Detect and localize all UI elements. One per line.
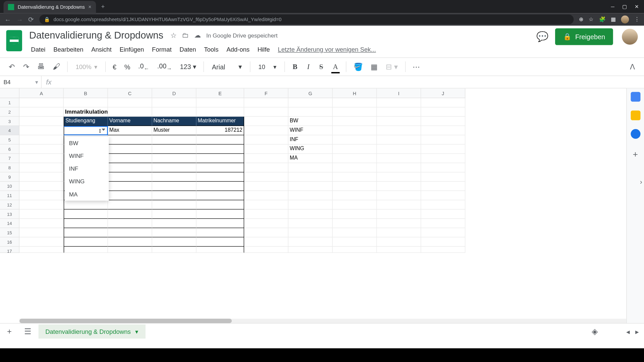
cell[interactable] — [244, 219, 288, 228]
add-sheet-icon[interactable]: + — [2, 324, 17, 339]
row-header[interactable]: 17 — [0, 247, 19, 253]
move-icon[interactable]: 🗀 — [182, 32, 189, 40]
cell[interactable]: Nachname — [152, 117, 197, 126]
cell[interactable] — [197, 144, 244, 154]
cell[interactable] — [19, 117, 64, 126]
row-header[interactable]: 16 — [0, 237, 19, 247]
row-header[interactable]: 4 — [0, 126, 19, 135]
cell[interactable] — [108, 219, 152, 228]
cell[interactable] — [333, 163, 377, 173]
cell[interactable] — [64, 98, 108, 108]
cell[interactable] — [244, 247, 288, 253]
cell[interactable] — [152, 228, 197, 237]
cell[interactable] — [108, 209, 152, 219]
row-header[interactable]: 1 — [0, 98, 19, 108]
cell[interactable] — [377, 237, 421, 247]
col-header[interactable]: D — [152, 88, 197, 98]
cell-b4-active[interactable]: I — [64, 126, 108, 135]
comments-icon[interactable]: 💬 — [536, 31, 548, 42]
cell[interactable] — [333, 135, 377, 145]
cell[interactable] — [333, 247, 377, 253]
cell[interactable] — [377, 228, 421, 237]
dashboard-icon[interactable]: ▦ — [611, 16, 616, 22]
star-doc-icon[interactable]: ☆ — [170, 31, 176, 40]
collapse-panel-icon[interactable]: › — [638, 174, 644, 189]
cell[interactable] — [19, 219, 64, 228]
cell[interactable] — [197, 182, 244, 191]
cell[interactable] — [197, 107, 244, 117]
cell[interactable] — [152, 163, 197, 173]
cell[interactable]: INF — [288, 135, 333, 145]
cell[interactable] — [19, 163, 64, 173]
cell[interactable] — [421, 172, 465, 182]
undo-icon[interactable]: ↶ — [6, 59, 17, 74]
font-select[interactable]: Arial▾ — [208, 63, 246, 71]
cell[interactable] — [333, 117, 377, 126]
cell[interactable] — [244, 107, 288, 117]
cell[interactable] — [108, 144, 152, 154]
close-window-icon[interactable]: ✕ — [635, 4, 639, 9]
browser-tab[interactable]: Datenvalidierung & Dropdowns × — [4, 1, 96, 13]
cell[interactable] — [377, 172, 421, 182]
font-size-select[interactable]: 10▾ — [255, 63, 280, 70]
cell[interactable] — [333, 237, 377, 247]
dropdown-option[interactable]: WING — [65, 175, 109, 188]
account-avatar[interactable] — [622, 29, 638, 45]
col-header[interactable]: I — [377, 88, 421, 98]
cell[interactable] — [377, 163, 421, 173]
cell[interactable] — [377, 135, 421, 145]
cell[interactable] — [152, 107, 197, 117]
col-header[interactable]: H — [333, 88, 377, 98]
cell[interactable] — [288, 219, 333, 228]
forward-icon[interactable]: → — [16, 16, 23, 23]
cell[interactable] — [108, 135, 152, 145]
cell[interactable] — [421, 144, 465, 154]
cell[interactable] — [288, 191, 333, 200]
cell[interactable] — [197, 98, 244, 108]
row-header[interactable]: 3 — [0, 117, 19, 126]
cell[interactable] — [19, 144, 64, 154]
horizontal-scrollbar[interactable] — [19, 319, 626, 323]
cell[interactable] — [244, 209, 288, 219]
cell[interactable] — [288, 209, 333, 219]
cell[interactable]: Studiengang — [64, 117, 108, 126]
cell[interactable] — [377, 144, 421, 154]
cell[interactable] — [19, 126, 64, 135]
cell[interactable] — [377, 200, 421, 209]
cell[interactable] — [288, 163, 333, 173]
explore-icon[interactable]: ◈ — [592, 327, 598, 337]
cell[interactable] — [108, 107, 152, 117]
cell[interactable] — [288, 247, 333, 253]
cell[interactable] — [152, 200, 197, 209]
cell[interactable] — [377, 247, 421, 253]
cell[interactable] — [421, 135, 465, 145]
cell[interactable] — [197, 219, 244, 228]
cell[interactable] — [421, 209, 465, 219]
cell[interactable] — [377, 219, 421, 228]
cell[interactable] — [108, 237, 152, 247]
menu-einfuegen[interactable]: Einfügen — [116, 44, 148, 55]
row-header[interactable]: 8 — [0, 163, 19, 173]
zoom-select[interactable]: 100%▾ — [72, 63, 101, 70]
cell[interactable]: WING — [288, 144, 333, 154]
decrease-decimal-button[interactable]: .0← — [136, 60, 152, 73]
cell[interactable] — [19, 172, 64, 182]
scroll-right-icon[interactable]: ▸ — [635, 327, 639, 336]
cell[interactable] — [333, 126, 377, 135]
cell[interactable] — [152, 182, 197, 191]
cell[interactable] — [244, 117, 288, 126]
cell[interactable] — [108, 163, 152, 173]
menu-daten[interactable]: Daten — [176, 44, 200, 55]
cell[interactable] — [333, 154, 377, 163]
cell[interactable] — [333, 191, 377, 200]
cell[interactable] — [288, 237, 333, 247]
cell[interactable] — [108, 182, 152, 191]
cell[interactable]: MA — [288, 154, 333, 163]
close-icon[interactable]: × — [88, 4, 91, 10]
cell[interactable] — [288, 228, 333, 237]
cell[interactable] — [421, 163, 465, 173]
paint-format-icon[interactable]: 🖌 — [50, 60, 63, 74]
scroll-left-icon[interactable]: ◂ — [626, 327, 630, 336]
cell[interactable] — [19, 98, 64, 108]
cell[interactable] — [19, 107, 64, 117]
